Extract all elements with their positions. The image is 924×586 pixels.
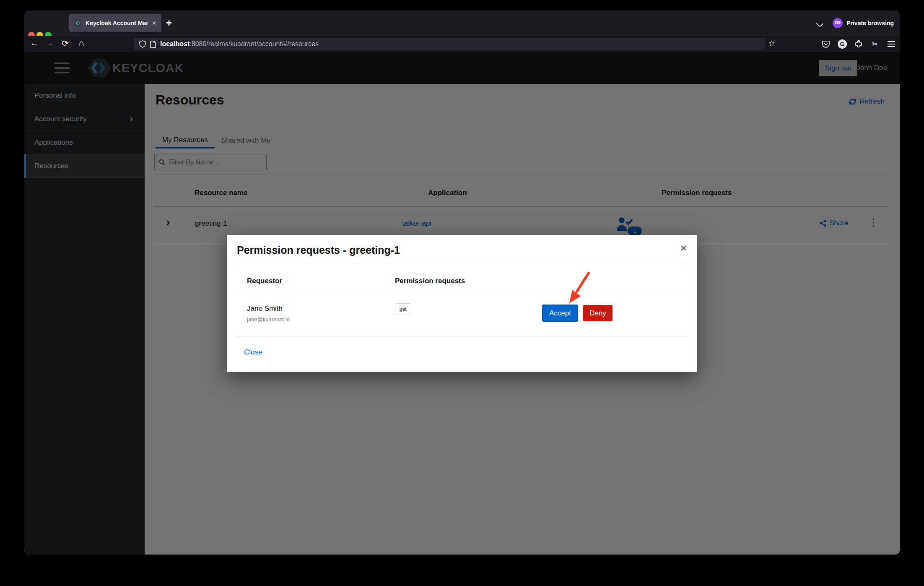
tab-title: Keycloak Account Management [86,20,148,26]
private-browsing-indicator: Private browsing [833,18,894,28]
divider [237,291,687,291]
new-tab-button[interactable]: + [166,17,172,29]
back-icon[interactable]: ← [29,38,40,48]
page-info-icon[interactable] [150,41,156,48]
forward-icon[interactable]: → [44,38,55,48]
screenshot-scissors-icon[interactable]: ✂ [870,39,880,49]
browser-toolbar: ← → ⟳ ⌂ localhost:8080/realms/kuadrant/a… [24,36,900,52]
extension-g-icon[interactable]: G [837,39,847,49]
private-mask-icon [833,18,843,28]
modal-title: Permission requests - greeting-1 [237,244,400,256]
permission-requests-modal: Permission requests - greeting-1 × Reque… [227,235,697,372]
keycloak-favicon [74,19,82,27]
browser-menu-icon[interactable] [886,39,896,49]
private-browsing-label: Private browsing [846,20,894,26]
shield-icon[interactable] [139,40,146,48]
annotation-arrow [558,266,595,308]
requestor-name: Jane Smith [247,305,283,313]
chevron-down-icon[interactable] [816,20,823,27]
divider [237,264,687,264]
home-icon[interactable]: ⌂ [75,38,87,48]
modal-close-icon[interactable]: × [680,242,687,253]
modal-column-requestor: Requestor [247,277,282,285]
browser-tab-bar: Keycloak Account Management × + Private … [24,10,900,36]
modal-column-permission-requests: Permission requests [395,277,465,285]
url-text: localhost:8080/realms/kuadrant/account/#… [160,40,319,48]
pocket-icon[interactable] [821,39,831,49]
modal-close-link[interactable]: Close [244,348,262,357]
browser-tab[interactable]: Keycloak Account Management × [69,14,161,32]
divider [237,336,687,336]
url-bar[interactable]: localhost:8080/realms/kuadrant/account/#… [134,38,765,50]
bookmark-star-icon[interactable]: ☆ [768,39,775,48]
url-host: localhost [160,40,189,47]
url-path: :8080/realms/kuadrant/account/#/resource… [189,40,319,47]
extensions-puzzle-icon[interactable] [854,39,864,49]
requestor-email: jane@kuadrant.io [247,316,290,323]
reload-icon[interactable]: ⟳ [60,38,71,48]
scope-chip: get [395,303,411,315]
tab-close-icon[interactable]: × [152,19,156,27]
